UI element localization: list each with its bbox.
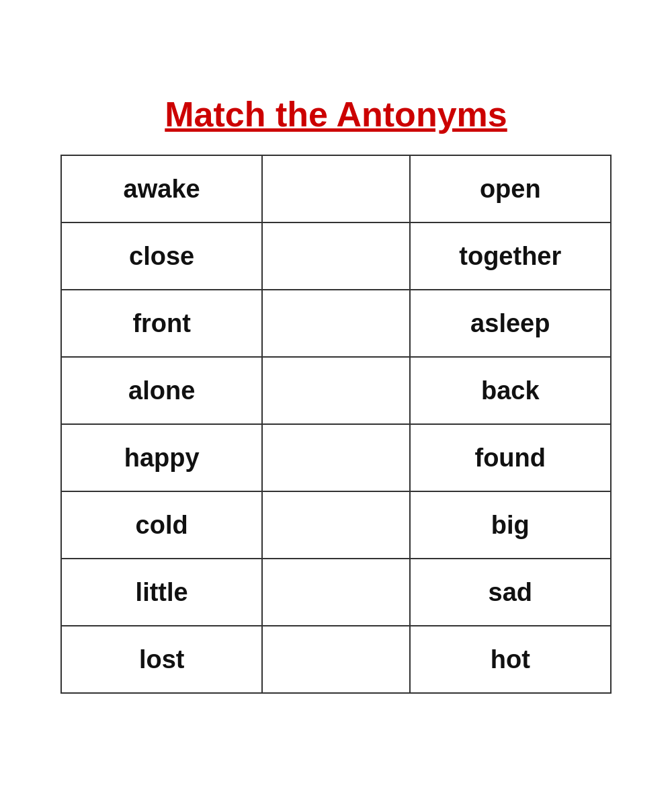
right-word-cell: big bbox=[410, 491, 611, 559]
middle-space-cell bbox=[262, 626, 409, 693]
left-word-cell: lost bbox=[61, 626, 262, 693]
right-word-cell: together bbox=[410, 222, 611, 290]
left-word-cell: awake bbox=[61, 155, 262, 222]
right-word-cell: open bbox=[410, 155, 611, 222]
left-word-cell: happy bbox=[61, 424, 262, 491]
left-word-cell: front bbox=[61, 290, 262, 357]
right-word-cell: asleep bbox=[410, 290, 611, 357]
table-row: awakeopen bbox=[61, 155, 611, 222]
right-word-cell: hot bbox=[410, 626, 611, 693]
middle-space-cell bbox=[262, 222, 409, 290]
left-word-cell: cold bbox=[61, 491, 262, 559]
left-word-cell: alone bbox=[61, 357, 262, 424]
table-row: coldbig bbox=[61, 491, 611, 559]
table-row: closetogether bbox=[61, 222, 611, 290]
right-word-cell: found bbox=[410, 424, 611, 491]
left-word-cell: close bbox=[61, 222, 262, 290]
table-row: frontasleep bbox=[61, 290, 611, 357]
right-word-cell: back bbox=[410, 357, 611, 424]
table-row: littlesad bbox=[61, 559, 611, 626]
middle-space-cell bbox=[262, 424, 409, 491]
middle-space-cell bbox=[262, 491, 409, 559]
middle-space-cell bbox=[262, 155, 409, 222]
middle-space-cell bbox=[262, 559, 409, 626]
page-title: Match the Antonyms bbox=[165, 94, 507, 134]
table-row: happyfound bbox=[61, 424, 611, 491]
middle-space-cell bbox=[262, 357, 409, 424]
table-row: losthot bbox=[61, 626, 611, 693]
left-word-cell: little bbox=[61, 559, 262, 626]
right-word-cell: sad bbox=[410, 559, 611, 626]
antonyms-table: awakeopenclosetogetherfrontasleepaloneba… bbox=[60, 155, 612, 694]
table-row: aloneback bbox=[61, 357, 611, 424]
middle-space-cell bbox=[262, 290, 409, 357]
